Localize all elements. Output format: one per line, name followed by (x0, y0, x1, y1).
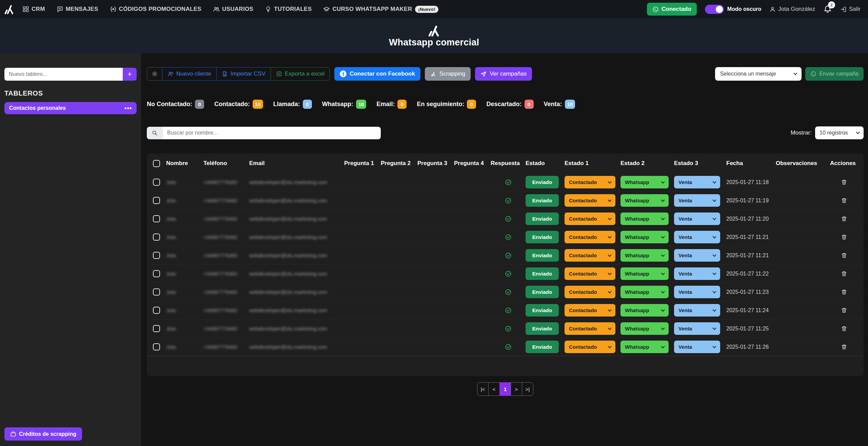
import-csv-button[interactable]: Importar CSV (216, 67, 271, 81)
board-options-icon[interactable]: ••• (124, 106, 132, 110)
estado3-select[interactable]: Venta (674, 231, 720, 243)
estado2-select[interactable]: Whatsapp (620, 231, 669, 243)
estado3-select[interactable]: Venta (674, 304, 720, 317)
estado1-select[interactable]: Contactado (565, 176, 615, 188)
trash-icon[interactable] (841, 216, 847, 222)
scrapping-credits-button[interactable]: Créditos de scrapping (4, 427, 82, 441)
estado1-select[interactable]: Contactado (565, 231, 615, 243)
estado3-select[interactable]: Venta (674, 212, 720, 225)
row-checkbox[interactable] (153, 215, 160, 222)
row-checkbox[interactable] (153, 252, 160, 259)
estado3-select[interactable]: Venta (674, 267, 720, 280)
estado3-select[interactable]: Venta (674, 249, 720, 262)
estado3-select[interactable]: Venta (674, 176, 720, 188)
send-campaign-button[interactable]: Enviar campaña (805, 67, 864, 81)
estado-enviado-button[interactable]: Enviado (526, 231, 559, 243)
select-all-checkbox[interactable] (153, 160, 160, 167)
nav-item-crm[interactable]: CRM (22, 6, 45, 13)
sidebar-item-contactos-personales[interactable]: Contactos personales ••• (4, 102, 137, 114)
estado3-select[interactable]: Venta (674, 286, 720, 298)
estado1-select[interactable]: Contactado (565, 267, 615, 280)
trash-icon[interactable] (841, 325, 847, 332)
pagination-first-button[interactable]: |< (477, 382, 489, 396)
nav-item-mensajes[interactable]: MENSAJES (57, 6, 98, 13)
new-board-input[interactable] (4, 68, 123, 81)
trash-icon[interactable] (841, 179, 847, 185)
estado-enviado-button[interactable]: Enviado (526, 267, 559, 280)
estado2-select[interactable]: Whatsapp (620, 176, 669, 188)
chevron-down-icon (712, 235, 716, 238)
trash-icon[interactable] (841, 270, 847, 277)
trash-icon[interactable] (841, 307, 847, 313)
estado2-select[interactable]: Whatsapp (620, 304, 669, 317)
row-checkbox[interactable] (153, 179, 160, 186)
settings-button[interactable] (147, 67, 162, 81)
message-select[interactable]: Selecciona un mensaje (715, 67, 802, 81)
estado2-select[interactable]: Whatsapp (620, 267, 669, 280)
cell-telefono: +34687776482 (203, 307, 249, 313)
estado2-select[interactable]: Whatsapp (620, 322, 669, 335)
pagination-prev-button[interactable]: < (488, 382, 500, 396)
chat-icon (57, 6, 63, 13)
nuevo-badge: ¡Nuevo! (415, 6, 438, 13)
estado3-select[interactable]: Venta (674, 194, 720, 207)
scrapping-button[interactable]: Scrapping (425, 67, 471, 81)
row-checkbox[interactable] (153, 270, 160, 277)
logout-button[interactable]: Salir (840, 6, 861, 13)
trash-icon[interactable] (841, 344, 847, 350)
estado-enviado-button[interactable]: Enviado (526, 322, 559, 335)
estado2-select[interactable]: Whatsapp (620, 286, 669, 298)
estado-enviado-button[interactable]: Enviado (526, 212, 559, 225)
estado1-select[interactable]: Contactado (565, 212, 615, 225)
estado3-select[interactable]: Venta (674, 341, 720, 353)
table-body: Jota +34687776482 webdeveloper@slu.marke… (147, 173, 864, 356)
trash-icon[interactable] (841, 197, 847, 204)
nav-item-usuarios[interactable]: USUARIOS (213, 6, 253, 13)
estado1-select[interactable]: Contactado (565, 304, 615, 317)
estado1-select[interactable]: Contactado (565, 194, 615, 207)
row-checkbox[interactable] (153, 307, 160, 314)
dark-mode-toggle[interactable] (705, 5, 724, 14)
row-checkbox[interactable] (153, 288, 160, 296)
connected-button[interactable]: Conectado (647, 3, 697, 16)
row-checkbox[interactable] (153, 343, 160, 350)
nav-item-codigos-promocionales[interactable]: CÓDIGOS PROMOCIONALES (110, 6, 201, 13)
notifications-bell[interactable]: 2 (823, 4, 832, 14)
pagination-last-button[interactable]: >| (522, 382, 533, 396)
search-input[interactable] (162, 127, 381, 139)
estado-enviado-button[interactable]: Enviado (526, 249, 559, 262)
estado2-select[interactable]: Whatsapp (620, 249, 669, 262)
pagination-next-button[interactable]: > (511, 382, 522, 396)
estado2-select[interactable]: Whatsapp (620, 212, 669, 225)
page-size-select[interactable]: 10 registros (815, 126, 864, 139)
add-board-button[interactable]: + (123, 68, 137, 81)
estado-enviado-button[interactable]: Enviado (526, 194, 559, 207)
trash-icon[interactable] (841, 234, 847, 240)
estado-enviado-button[interactable]: Enviado (526, 176, 559, 188)
row-checkbox[interactable] (153, 197, 160, 204)
estado-enviado-button[interactable]: Enviado (526, 286, 559, 298)
export-excel-button[interactable]: Exporta a excel (271, 67, 330, 81)
row-checkbox[interactable] (153, 234, 160, 241)
pagination-page-1-button[interactable]: 1 (499, 382, 511, 396)
nav-item-tutoriales[interactable]: TUTORIALES (265, 6, 312, 13)
estado1-select[interactable]: Contactado (565, 322, 615, 335)
nav-item-curso-whatsapp-maker[interactable]: CURSO WHATSAPP MAKER ¡Nuevo! (323, 6, 438, 13)
estado1-select[interactable]: Contactado (565, 249, 615, 262)
row-checkbox[interactable] (153, 325, 160, 332)
estado1-select[interactable]: Contactado (565, 286, 615, 298)
connect-facebook-button[interactable]: f Conectar con Facebook (334, 67, 420, 81)
app-logo-icon[interactable] (3, 3, 15, 15)
check-circle-icon (505, 289, 512, 296)
trash-icon[interactable] (841, 289, 847, 295)
user-menu[interactable]: Jota González (769, 6, 815, 13)
view-campaigns-button[interactable]: Ver campañas (475, 67, 532, 81)
estado2-select[interactable]: Whatsapp (620, 194, 669, 207)
estado1-select[interactable]: Contactado (565, 341, 615, 353)
new-client-button[interactable]: Nuevo cliente (162, 67, 217, 81)
estado-enviado-button[interactable]: Enviado (526, 341, 559, 353)
trash-icon[interactable] (841, 252, 847, 259)
estado-enviado-button[interactable]: Enviado (526, 304, 559, 317)
estado3-select[interactable]: Venta (674, 322, 720, 335)
estado2-select[interactable]: Whatsapp (620, 341, 669, 353)
